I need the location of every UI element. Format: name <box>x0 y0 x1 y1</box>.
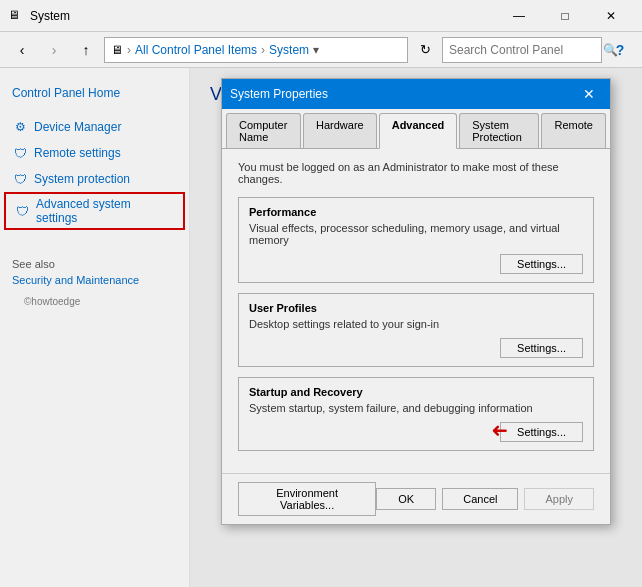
sidebar-item-label-device-manager: Device Manager <box>34 120 121 134</box>
arrow-indicator: ➜ <box>491 418 508 442</box>
user-profiles-desc: Desktop settings related to your sign-in <box>249 318 583 330</box>
breadcrumb-item-2[interactable]: System <box>269 43 309 57</box>
sidebar-item-remote-settings[interactable]: 🛡 Remote settings <box>0 140 189 166</box>
performance-desc: Visual effects, processor scheduling, me… <box>249 222 583 246</box>
performance-btn-row: Settings... <box>249 254 583 274</box>
breadcrumb-icon: 🖥 <box>111 43 123 57</box>
user-profiles-settings-button[interactable]: Settings... <box>500 338 583 358</box>
window-controls: — □ ✕ <box>496 0 634 32</box>
help-button[interactable]: ? <box>606 36 634 64</box>
startup-recovery-title: Startup and Recovery <box>249 386 583 398</box>
sidebar-divider <box>0 106 189 114</box>
dialog-overlay: System Properties ✕ Computer Name Hardwa… <box>190 68 642 587</box>
tab-advanced[interactable]: Advanced <box>379 113 458 149</box>
user-profiles-section: User Profiles Desktop settings related t… <box>238 293 594 367</box>
system-properties-dialog: System Properties ✕ Computer Name Hardwa… <box>221 78 611 525</box>
address-bar: ‹ › ↑ 🖥 › All Control Panel Items › Syst… <box>0 32 642 68</box>
startup-recovery-btn-row: ➜ Settings... <box>249 422 583 442</box>
up-button[interactable]: ↑ <box>72 36 100 64</box>
apply-button[interactable]: Apply <box>524 488 594 510</box>
advanced-settings-icon: 🛡 <box>14 203 30 219</box>
title-bar: 🖥 System — □ ✕ <box>0 0 642 32</box>
dialog-title-bar: System Properties ✕ <box>222 79 610 109</box>
breadcrumb: 🖥 › All Control Panel Items › System ▾ <box>111 43 319 57</box>
startup-recovery-desc: System startup, system failure, and debu… <box>249 402 583 414</box>
user-profiles-btn-row: Settings... <box>249 338 583 358</box>
tab-bar: Computer Name Hardware Advanced System P… <box>222 109 610 149</box>
device-manager-icon: ⚙ <box>12 119 28 135</box>
search-box[interactable]: 🔍 <box>442 37 602 63</box>
minimize-button[interactable]: — <box>496 0 542 32</box>
maximize-button[interactable]: □ <box>542 0 588 32</box>
sidebar-item-label-remote-settings: Remote settings <box>34 146 121 160</box>
window-icon: 🖥 <box>8 8 24 24</box>
tab-computer-name[interactable]: Computer Name <box>226 113 301 148</box>
main-content: Control Panel Home ⚙ Device Manager 🛡 Re… <box>0 68 642 587</box>
search-input[interactable] <box>449 43 599 57</box>
ok-button[interactable]: OK <box>376 488 436 510</box>
forward-button[interactable]: › <box>40 36 68 64</box>
sidebar-item-device-manager[interactable]: ⚙ Device Manager <box>0 114 189 140</box>
sidebar-item-label-system-protection: System protection <box>34 172 130 186</box>
startup-settings-button[interactable]: Settings... <box>500 422 583 442</box>
see-also-title: See also <box>12 258 178 270</box>
address-box[interactable]: 🖥 › All Control Panel Items › System ▾ <box>104 37 408 63</box>
footer-buttons: OK Cancel Apply <box>376 488 594 510</box>
environment-variables-button[interactable]: Environment Variables... <box>238 482 376 516</box>
sidebar-item-label-advanced: Advanced system settings <box>36 197 175 225</box>
tab-remote[interactable]: Remote <box>541 113 606 148</box>
content-area: View basic information about your comput… <box>190 68 642 587</box>
refresh-button[interactable]: ↻ <box>412 37 438 63</box>
sidebar-home[interactable]: Control Panel Home <box>0 80 189 106</box>
breadcrumb-dropdown[interactable]: ▾ <box>313 43 319 57</box>
dialog-close-button[interactable]: ✕ <box>576 83 602 105</box>
back-button[interactable]: ‹ <box>8 36 36 64</box>
remote-settings-icon: 🛡 <box>12 145 28 161</box>
system-protection-icon: 🛡 <box>12 171 28 187</box>
breadcrumb-item-1[interactable]: All Control Panel Items <box>135 43 257 57</box>
dialog-body: You must be logged on as an Administrato… <box>222 149 610 473</box>
performance-settings-button[interactable]: Settings... <box>500 254 583 274</box>
sidebar-item-advanced-system-settings[interactable]: 🛡 Advanced system settings <box>4 192 185 230</box>
dialog-footer: Environment Variables... OK Cancel Apply <box>222 473 610 524</box>
close-button[interactable]: ✕ <box>588 0 634 32</box>
tab-hardware[interactable]: Hardware <box>303 113 377 148</box>
startup-recovery-section: Startup and Recovery System startup, sys… <box>238 377 594 451</box>
performance-section: Performance Visual effects, processor sc… <box>238 197 594 283</box>
sidebar-item-system-protection[interactable]: 🛡 System protection <box>0 166 189 192</box>
user-profiles-title: User Profiles <box>249 302 583 314</box>
dialog-title-text: System Properties <box>230 87 576 101</box>
see-also-section: See also Security and Maintenance <box>0 250 190 296</box>
window-title: System <box>30 9 496 23</box>
performance-title: Performance <box>249 206 583 218</box>
cancel-button[interactable]: Cancel <box>442 488 518 510</box>
sidebar: Control Panel Home ⚙ Device Manager 🛡 Re… <box>0 68 190 587</box>
see-also-security-link[interactable]: Security and Maintenance <box>12 274 178 286</box>
dialog-notice: You must be logged on as an Administrato… <box>238 161 594 185</box>
tab-system-protection[interactable]: System Protection <box>459 113 539 148</box>
copyright-text: ©howtoedge <box>12 292 201 311</box>
